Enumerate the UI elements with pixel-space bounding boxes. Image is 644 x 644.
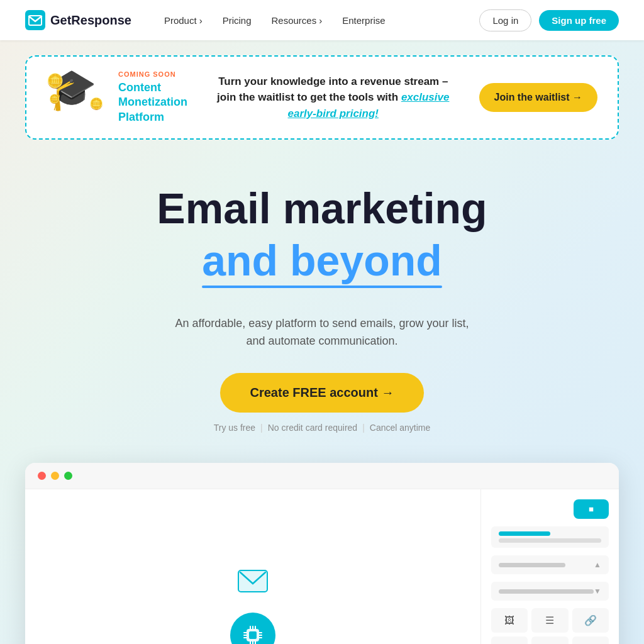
field-line — [499, 589, 594, 594]
banner-illustration: 🎓 🪙 🪙 🪙 — [47, 69, 103, 126]
icon-toolbar: 🖼 ☰ 🔗 ▶ 𝑇 — 𝒻𝓎 </> — [491, 608, 609, 644]
signup-button[interactable]: Sign up free — [539, 10, 619, 31]
navbar: GetResponse Product › Pricing Resources … — [0, 0, 644, 40]
chip-svg — [241, 623, 265, 644]
svg-rect-4 — [249, 631, 257, 639]
nav-resources[interactable]: Resources › — [264, 10, 330, 31]
chevron-down-icon: › — [319, 15, 322, 26]
titlebar-dot-green — [64, 472, 72, 480]
platform-name: Content Monetization Platform — [118, 80, 187, 125]
field-line — [499, 563, 565, 567]
field-line-active — [499, 531, 550, 536]
screenshot-action-button[interactable]: ■ — [574, 499, 609, 519]
note-cancel: Cancel anytime — [365, 423, 436, 433]
svg-rect-0 — [25, 10, 45, 30]
login-button[interactable]: Log in — [479, 9, 531, 31]
screenshot-left-panel — [25, 489, 480, 644]
right-field-dropdown[interactable]: ▲ — [491, 555, 609, 574]
toolbar-text-icon[interactable]: ☰ — [531, 608, 568, 633]
note-no-cc: No credit card required — [263, 423, 362, 433]
nav-links: Product › Pricing Resources › Enterprise — [157, 10, 480, 31]
right-field-dropdown-2[interactable]: ▼ — [491, 582, 609, 601]
chevron-down-icon: ▼ — [594, 587, 601, 596]
logo-text: GetResponse — [50, 13, 131, 28]
field-line — [499, 538, 601, 543]
toolbar-video-icon[interactable]: ▶ — [491, 636, 528, 644]
coming-soon-label: COMING SOON — [118, 70, 187, 78]
cta-button[interactable]: Create FREE account → — [220, 373, 425, 413]
hero-section: Email marketing and beyond An affordable… — [0, 155, 644, 453]
right-field-1 — [491, 526, 609, 548]
screenshot-titlebar — [25, 463, 619, 489]
hero-description: An affordable, easy platform to send ema… — [25, 314, 619, 351]
logo-icon — [25, 10, 45, 30]
hero-title: Email marketing — [25, 185, 619, 232]
toolbar-format-icon[interactable]: 𝑇 — [531, 636, 568, 644]
product-screenshot: ■ ▲ ▼ 🖼 ☰ 🔗 ▶ — [25, 463, 619, 644]
promo-banner: 🎓 🪙 🪙 🪙 COMING SOON Content Monetization… — [25, 55, 619, 140]
toolbar-link-icon[interactable]: 🔗 — [572, 608, 609, 633]
banner-label: COMING SOON Content Monetization Platfor… — [118, 70, 187, 125]
screenshot-right-header: ■ — [491, 499, 609, 519]
nav-pricing[interactable]: Pricing — [215, 10, 259, 31]
chevron-up-icon: ▲ — [594, 560, 601, 569]
nav-actions: Log in Sign up free — [479, 9, 619, 31]
waitlist-button[interactable]: Join the waitlist → — [479, 83, 597, 112]
chevron-down-icon: › — [199, 15, 203, 26]
screenshot-right-panel: ■ ▲ ▼ 🖼 ☰ 🔗 ▶ — [480, 489, 619, 644]
logo[interactable]: GetResponse — [25, 10, 131, 30]
ai-chip-icon — [230, 613, 275, 644]
hero-subtitle: and beyond — [202, 237, 442, 284]
toolbar-image-icon[interactable]: 🖼 — [491, 608, 528, 633]
toolbar-divider-icon[interactable]: — — [572, 636, 609, 644]
screenshot-body: ■ ▲ ▼ 🖼 ☰ 🔗 ▶ — [25, 489, 619, 644]
nav-enterprise[interactable]: Enterprise — [335, 10, 392, 31]
titlebar-dot-red — [38, 472, 46, 480]
hero-note: Try us free | No credit card required | … — [25, 423, 619, 433]
titlebar-dot-yellow — [51, 472, 59, 480]
nav-product[interactable]: Product › — [157, 10, 210, 31]
banner-description: Turn your knowledge into a revenue strea… — [203, 74, 464, 122]
mail-icon — [238, 570, 268, 592]
note-try-free: Try us free — [209, 423, 260, 433]
